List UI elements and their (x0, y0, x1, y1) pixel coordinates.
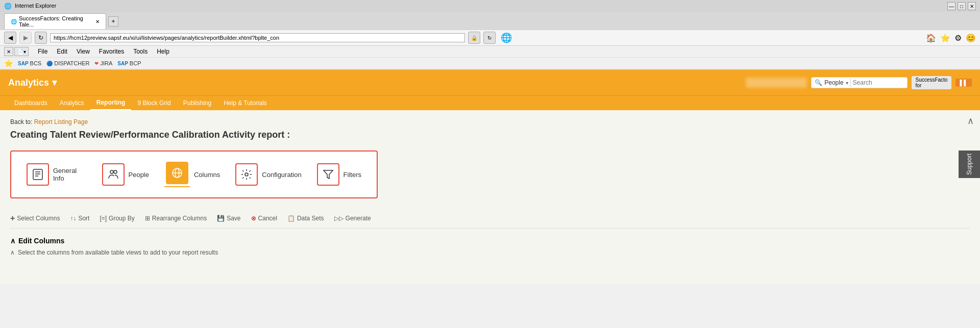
general-info-label: General Info (53, 167, 87, 182)
menu-file[interactable]: File (34, 47, 52, 56)
active-tab[interactable]: 🌐 SuccessFactors: Creating Tale... ✕ (4, 13, 106, 29)
group-by-action[interactable]: [=] Group By (100, 215, 134, 222)
user-badge: SuccessFacto for (912, 76, 952, 89)
desc-text: Select the columns from available table … (18, 249, 218, 256)
fav-bcp[interactable]: SAP BCP (117, 60, 141, 66)
new-tab-button[interactable]: + (108, 16, 118, 27)
select-columns-label: Select Columns (17, 215, 60, 222)
filters-icon-wrapper (317, 163, 339, 186)
people-icon (107, 168, 119, 181)
wizard-step-people[interactable]: People (102, 163, 149, 186)
cancel-icon: ⊗ (251, 215, 256, 222)
favorites-bar: ⭐ SAP BCS 🔵 DISPATCHER ❤ JIRA SAP BCP (0, 58, 980, 69)
select-columns-icon: + (10, 214, 15, 223)
fav-dispatcher[interactable]: 🔵 DISPATCHER (46, 60, 89, 66)
cancel-action[interactable]: ⊗ Cancel (251, 215, 277, 222)
support-tab[interactable]: Support (959, 150, 980, 178)
filters-icon (322, 168, 334, 181)
maximize-button[interactable]: □ (958, 2, 966, 10)
tab-close-button[interactable]: ✕ (95, 19, 100, 24)
section-title-text: Edit Columns (18, 237, 64, 245)
menu-edit[interactable]: Edit (53, 47, 71, 56)
fav-bcs[interactable]: SAP BCS (18, 60, 41, 66)
forward-button[interactable]: ▶ (19, 32, 32, 44)
page-menu-button[interactable]: 📄▾ (14, 47, 29, 56)
people-label: People (129, 171, 149, 179)
home-icon[interactable]: 🏠 (926, 33, 936, 43)
user-info-blurred (746, 78, 807, 88)
rearrange-label: Rearrange Columns (152, 215, 207, 222)
svg-rect-0 (33, 169, 42, 180)
nav-help[interactable]: Help & Tutorials (217, 96, 273, 110)
user-action-button[interactable]: ▌▌ (955, 79, 972, 87)
columns-icon-wrapper (166, 162, 188, 184)
refresh-button[interactable]: ↻ (35, 32, 47, 44)
svg-marker-10 (324, 170, 333, 179)
stop-button[interactable]: ✕ (4, 47, 13, 56)
data-sets-label: Data Sets (297, 215, 324, 222)
desc-toggle-icon: ∧ (10, 249, 15, 256)
columns-icon (171, 167, 183, 179)
people-icon-wrapper (102, 163, 125, 186)
rearrange-columns-action[interactable]: ⊞ Rearrange Columns (145, 215, 207, 222)
main-content: ∧ Back to: Report Listing Page Creating … (0, 110, 980, 284)
fav-jira[interactable]: ❤ JIRA (94, 60, 112, 66)
menu-favorites[interactable]: Favorites (95, 47, 128, 56)
edit-columns-desc: ∧ Select the columns from available tabl… (10, 249, 970, 256)
menu-tools[interactable]: Tools (129, 47, 152, 56)
settings-icon[interactable]: ⚙ (954, 33, 962, 43)
menu-view[interactable]: View (72, 47, 94, 56)
app-logo-text: Analytics (8, 78, 49, 88)
search-input[interactable] (853, 79, 904, 86)
select-columns-action[interactable]: + Select Columns (10, 214, 60, 223)
app-logo[interactable]: Analytics ▾ (8, 77, 57, 88)
nav-analytics[interactable]: Analytics (54, 96, 90, 110)
scroll-up-button[interactable]: ∧ (967, 115, 974, 127)
nav-reporting[interactable]: Reporting (90, 96, 132, 110)
app-nav: Dashboards Analytics Reporting 9 Block G… (0, 95, 980, 110)
address-input[interactable] (50, 33, 465, 42)
nav-9block[interactable]: 9 Block Grid (131, 96, 177, 110)
edit-columns-title: ∧ Edit Columns (10, 237, 970, 245)
go-button[interactable]: ↻ (483, 32, 496, 44)
section-toggle-icon[interactable]: ∧ (10, 237, 15, 245)
people-search-button[interactable]: People (824, 79, 843, 86)
close-button[interactable]: ✕ (968, 2, 976, 10)
favorites-icon[interactable]: ⭐ (940, 33, 950, 43)
columns-label: Columns (194, 171, 220, 179)
user-icon[interactable]: 😊 (966, 33, 976, 43)
breadcrumb-link[interactable]: Report Listing Page (34, 118, 88, 125)
back-icon: ◀ (8, 34, 13, 41)
data-sets-action[interactable]: 📋 Data Sets (287, 215, 324, 222)
nav-dashboards[interactable]: Dashboards (8, 96, 54, 110)
generate-action[interactable]: ▷▷ Generate (334, 215, 371, 222)
page-title: Creating Talent Review/Performance Calib… (10, 130, 970, 140)
breadcrumb-prefix: Back to: (10, 118, 32, 125)
app-header-top: Analytics ▾ 🔍 People ▾ SuccessFacto for … (0, 70, 980, 95)
sort-label: Sort (78, 215, 89, 222)
minimize-button[interactable]: — (947, 2, 955, 10)
lock-icon: 🔒 (468, 32, 480, 44)
general-info-icon-wrapper (27, 163, 49, 186)
address-bar: ◀ ▶ ↻ 🔒 ↻ 🌐 🏠 ⭐ ⚙ 😊 (0, 30, 980, 46)
group-by-label: Group By (109, 215, 135, 222)
svg-point-5 (114, 170, 117, 173)
data-sets-icon: 📋 (287, 215, 295, 222)
generate-label: Generate (346, 215, 371, 222)
menu-help[interactable]: Help (153, 47, 174, 56)
back-button[interactable]: ◀ (4, 32, 16, 44)
svg-point-4 (110, 170, 113, 173)
wizard-step-configuration[interactable]: Configuration (235, 163, 301, 186)
people-dropdown-icon: ▾ (846, 80, 848, 86)
configuration-icon-wrapper (235, 163, 258, 186)
fav-jira-label: JIRA (100, 60, 112, 66)
wizard-step-columns[interactable]: Columns (164, 162, 220, 187)
bcp-icon: SAP (117, 61, 128, 66)
wizard-step-filters[interactable]: Filters (317, 163, 361, 186)
wizard-step-general-info[interactable]: General Info (27, 163, 87, 186)
search-divider (850, 79, 851, 87)
nav-publishing[interactable]: Publishing (177, 96, 217, 110)
sort-action[interactable]: ↑↓ Sort (70, 215, 89, 222)
save-action[interactable]: 💾 Save (217, 215, 240, 222)
action-toolbar: + Select Columns ↑↓ Sort [=] Group By ⊞ … (10, 209, 970, 229)
